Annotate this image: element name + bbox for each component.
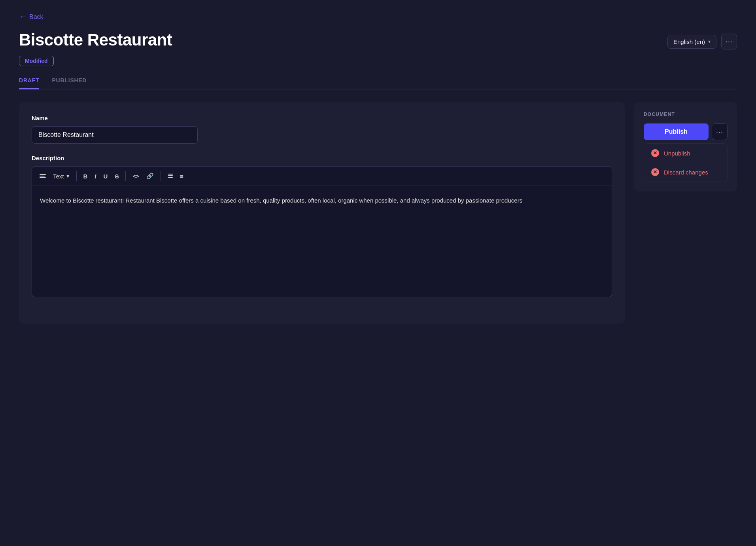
text-type-selector[interactable]: Text ▾ (50, 171, 72, 182)
link-icon: 🔗 (146, 173, 154, 180)
bold-button[interactable]: B (81, 171, 91, 182)
name-label: Name (32, 115, 612, 121)
italic-button[interactable]: I (92, 171, 99, 182)
align-icon (40, 174, 46, 178)
tab-draft[interactable]: DRAFT (19, 77, 39, 89)
header-row: Biscotte Restaurant English (en) ▾ ··· (19, 30, 737, 49)
header-controls: English (en) ▾ ··· (667, 34, 737, 49)
back-link[interactable]: ← Back (19, 13, 43, 21)
code-button[interactable]: <> (130, 171, 142, 181)
back-arrow-icon: ← (19, 13, 26, 21)
align-button[interactable] (37, 172, 49, 180)
sidebar-panel: DOCUMENT Publish ··· ✕ Unpublish ✕ Disca… (634, 102, 737, 191)
toolbar-divider-2 (125, 171, 126, 181)
editor-toolbar: Text ▾ B I U S <> (32, 167, 612, 186)
unpublish-icon: ✕ (651, 149, 659, 157)
toolbar-divider-3 (161, 171, 161, 181)
toolbar-divider-1 (76, 171, 77, 181)
unordered-list-icon: ☰ (168, 173, 173, 180)
language-selector[interactable]: English (en) ▾ (667, 35, 716, 49)
header-more-button[interactable]: ··· (721, 34, 737, 49)
ordered-list-icon: ≡ (180, 173, 183, 180)
text-type-chevron-icon: ▾ (66, 173, 70, 180)
modified-badge: Modified (19, 56, 54, 66)
sidebar-more-button[interactable]: ··· (712, 123, 728, 140)
document-section-label: DOCUMENT (644, 112, 728, 117)
editor-text: Welcome to Biscotte restaurant! Restaura… (40, 195, 604, 206)
publish-row: Publish ··· (644, 123, 728, 140)
page-title: Biscotte Restaurant (19, 30, 172, 49)
tab-published[interactable]: PUBLISHED (52, 77, 87, 89)
editor-content[interactable]: Welcome to Biscotte restaurant! Restaura… (32, 186, 612, 297)
strikethrough-button[interactable]: S (112, 171, 121, 182)
ordered-list-button[interactable]: ≡ (177, 171, 186, 182)
discard-changes-item[interactable]: ✕ Discard changes (644, 163, 727, 182)
unpublish-item[interactable]: ✕ Unpublish (644, 144, 727, 163)
discard-icon: ✕ (651, 168, 659, 176)
unpublish-label: Unpublish (664, 150, 690, 157)
underline-button[interactable]: U (101, 171, 111, 182)
unordered-list-button[interactable]: ☰ (165, 171, 176, 182)
text-type-label: Text (53, 173, 64, 180)
discard-label: Discard changes (664, 169, 708, 176)
name-input[interactable] (32, 126, 198, 144)
document-dropdown-menu: ✕ Unpublish ✕ Discard changes (644, 143, 728, 182)
description-label: Description (32, 155, 612, 161)
back-label: Back (29, 13, 43, 21)
content-panel: Name Description Text ▾ B (19, 102, 625, 324)
main-layout: Name Description Text ▾ B (19, 102, 737, 324)
tabs-bar: DRAFT PUBLISHED (19, 77, 737, 89)
publish-button[interactable]: Publish (644, 123, 709, 140)
chevron-down-icon: ▾ (708, 39, 711, 44)
link-button[interactable]: 🔗 (144, 171, 157, 182)
language-label: English (en) (673, 38, 705, 45)
rich-text-editor: Text ▾ B I U S <> (32, 166, 612, 297)
